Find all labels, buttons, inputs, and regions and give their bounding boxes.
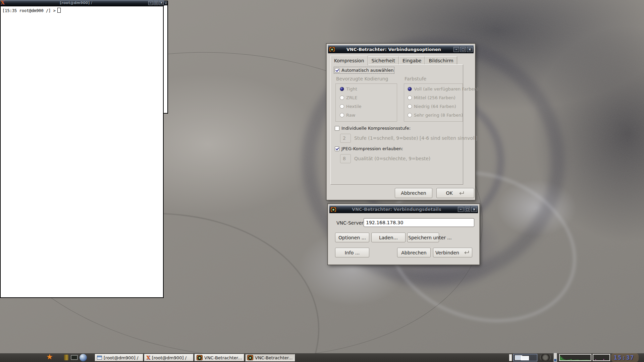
close-icon[interactable]: × bbox=[159, 1, 164, 5]
workspace-pager[interactable] bbox=[513, 354, 537, 361]
options-tab-strip: KompressionSicherheitEingabeBildschirmSo… bbox=[330, 55, 473, 65]
connect-button-label: Verbinden bbox=[435, 250, 459, 255]
cancel-button-label: Abbrechen bbox=[401, 190, 426, 196]
window-icon bbox=[97, 356, 102, 360]
ok-button[interactable]: OK bbox=[436, 188, 474, 198]
radio-zrle[interactable]: ZRLE bbox=[340, 95, 357, 100]
x11-logo-icon: X bbox=[1, 0, 5, 5]
load-button[interactable]: Laden... bbox=[371, 233, 406, 242]
close-icon[interactable]: × bbox=[471, 207, 477, 212]
jpeg-compression-checkbox[interactable]: JPEG-Kompression erlauben: bbox=[335, 146, 403, 151]
radio-icon bbox=[408, 96, 412, 100]
tab-kompression[interactable]: Kompression bbox=[330, 56, 368, 65]
encoding-group-box: Tight ZRLE Hextile Raw bbox=[335, 83, 397, 122]
compression-level-hint: Stufe (1=schnell, 9=beste) [4-6 sind sel… bbox=[354, 135, 477, 141]
vnc-app-icon bbox=[329, 47, 335, 52]
files-icon[interactable] bbox=[64, 355, 68, 360]
tab-sicherheit[interactable]: Sicherheit bbox=[368, 56, 399, 65]
color-group-title: Farbstufe bbox=[405, 76, 426, 81]
radio-sehr-gering[interactable]: Sehr gering (8 Farben) bbox=[408, 113, 463, 118]
taskbar-item-terminal-2[interactable]: X [root@dm900] / bbox=[144, 354, 194, 361]
radio-raw[interactable]: Raw bbox=[340, 113, 355, 118]
tray-dial-icon[interactable] bbox=[539, 354, 551, 361]
radio-icon bbox=[340, 113, 344, 117]
jpeg-compression-label: JPEG-Kompression erlauben: bbox=[341, 146, 403, 151]
auto-select-checkbox[interactable]: Automatisch auswählen bbox=[335, 68, 393, 73]
vnc-app-icon bbox=[330, 207, 336, 212]
taskbar-item-label: VNC-Betrachter... bbox=[255, 355, 292, 360]
enter-key-icon bbox=[463, 250, 470, 255]
close-icon[interactable]: × bbox=[467, 47, 473, 52]
details-dialog-titlebar[interactable]: VNC-Betrachter: Verbindungsdetails – □ × bbox=[329, 205, 478, 213]
server-input[interactable] bbox=[364, 218, 474, 227]
color-group-box: Voll (alle verfügbaren Farben) Mittel (2… bbox=[404, 83, 463, 122]
radio-hextile[interactable]: Hextile bbox=[340, 104, 362, 109]
vnc-app-icon bbox=[197, 355, 203, 360]
radio-label: Niedrig (64 Farben) bbox=[414, 104, 456, 109]
checkbox-icon bbox=[335, 68, 339, 73]
maximize-icon[interactable]: □ bbox=[154, 1, 158, 5]
radio-label: Mittel (256 Farben) bbox=[414, 95, 455, 100]
save-as-button[interactable]: Speichern unter ... bbox=[407, 233, 439, 242]
compression-level-field: 2 bbox=[340, 134, 351, 143]
network-graph[interactable] bbox=[593, 354, 610, 361]
taskbar-item-label: [root@dm900] / bbox=[152, 355, 186, 360]
maximize-icon[interactable]: □ bbox=[465, 207, 470, 212]
custom-compression-checkbox[interactable]: Individuelle Kompressionsstufe: bbox=[335, 126, 411, 131]
radio-voll[interactable]: Voll (alle verfügbaren Farben) bbox=[408, 86, 479, 92]
browser-globe-icon[interactable] bbox=[79, 354, 87, 361]
tab-eingabe[interactable]: Eingabe bbox=[399, 56, 425, 65]
maximize-icon[interactable]: □ bbox=[460, 47, 466, 52]
terminal-prompt: [15:35 root@dm900 /] > bbox=[2, 8, 56, 13]
cancel-button-label: Abbrechen bbox=[401, 250, 426, 255]
radio-tight[interactable]: Tight bbox=[340, 86, 357, 92]
options-button-label: Optionen ... bbox=[338, 235, 366, 240]
radio-label: Voll (alle verfügbaren Farben) bbox=[414, 86, 479, 92]
cpu-graph[interactable] bbox=[559, 354, 591, 361]
minimize-icon[interactable]: – bbox=[148, 1, 153, 5]
minimize-icon[interactable]: – bbox=[453, 47, 459, 52]
radio-icon bbox=[340, 104, 344, 109]
jpeg-quality-field: 8 bbox=[340, 154, 351, 163]
taskbar-item-label: [root@dm900] / bbox=[104, 355, 138, 360]
taskbar-item-vnc-1[interactable]: VNC-Betrachter... bbox=[195, 354, 244, 361]
terminal-titlebar[interactable]: X [root@dm900] / – □ × bbox=[0, 0, 164, 6]
close-icon[interactable]: × bbox=[165, 2, 167, 5]
checkbox-icon bbox=[335, 146, 339, 151]
radio-label: Raw bbox=[346, 113, 355, 118]
radio-niedrig[interactable]: Niedrig (64 Farben) bbox=[408, 104, 456, 109]
taskbar-item-vnc-2[interactable]: VNC-Betrachter... bbox=[245, 354, 295, 361]
terminal-content[interactable]: [15:35 root@dm900 /] > bbox=[0, 6, 164, 298]
cancel-button[interactable]: Abbrechen bbox=[395, 188, 432, 198]
connect-button[interactable]: Verbinden bbox=[433, 248, 472, 257]
radio-label: Sehr gering (8 Farben) bbox=[414, 113, 463, 118]
terminal-launcher-icon[interactable] bbox=[71, 355, 78, 360]
radio-mittel[interactable]: Mittel (256 Farben) bbox=[408, 95, 455, 100]
vnc-app-icon bbox=[247, 355, 253, 360]
server-label: VNC-Server: bbox=[336, 220, 365, 226]
network-graph-plot bbox=[593, 355, 609, 360]
load-button-label: Laden... bbox=[379, 235, 398, 240]
taskbar-item-terminal-1[interactable]: [root@dm900] / bbox=[95, 354, 143, 361]
cancel-button[interactable]: Abbrechen bbox=[397, 248, 431, 257]
info-button[interactable]: Info ... bbox=[335, 248, 369, 257]
taskbar-clock: 15:37 bbox=[614, 354, 634, 361]
desktop: × X [root@dm900] / – □ × [15:35 root@dm9… bbox=[0, 0, 644, 362]
radio-label: Hextile bbox=[346, 104, 362, 109]
radio-icon bbox=[408, 87, 412, 91]
options-dialog-title: VNC-Betrachter: Verbindungsoptionen bbox=[335, 47, 452, 52]
tray-meter[interactable] bbox=[553, 353, 557, 362]
enter-key-icon bbox=[458, 191, 465, 196]
options-dialog-titlebar[interactable]: VNC-Betrachter: Verbindungsoptionen – □ … bbox=[328, 45, 474, 53]
start-menu-icon[interactable]: ★ bbox=[46, 353, 53, 361]
options-button[interactable]: Optionen ... bbox=[335, 233, 369, 242]
radio-label: Tight bbox=[346, 86, 357, 92]
radio-icon bbox=[340, 96, 344, 100]
radio-icon bbox=[408, 113, 412, 117]
tab-bildschirm[interactable]: Bildschirm bbox=[425, 56, 457, 65]
ok-button-label: OK bbox=[446, 190, 452, 196]
checkbox-icon bbox=[335, 126, 339, 131]
x11-logo-icon: X bbox=[146, 355, 150, 360]
minimize-icon[interactable]: – bbox=[458, 207, 464, 212]
auto-select-label: Automatisch auswählen bbox=[341, 68, 393, 73]
